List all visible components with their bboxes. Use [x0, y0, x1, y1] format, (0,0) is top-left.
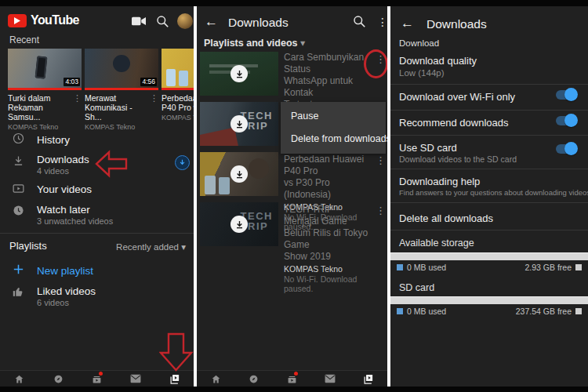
toggle-on[interactable]	[556, 90, 577, 100]
panel-download-settings: ← Downloads Download Download quality Lo…	[390, 6, 588, 387]
plus-icon	[12, 263, 25, 279]
kebab-menu-icon[interactable]: ⋮	[376, 155, 386, 165]
panel-library: YouTube Recent 4:03 Turki dalamRekaman S…	[0, 6, 194, 387]
kebab-menu-icon[interactable]: ⋮	[376, 205, 386, 216]
download-item-text: TECH TRIP - Menjajal GameBelum Rilis di …	[284, 204, 372, 293]
context-menu-item-pause[interactable]: Pause	[291, 111, 318, 122]
toggle-on[interactable]	[556, 144, 577, 154]
search-icon[interactable]	[353, 15, 365, 31]
home-icon[interactable]	[209, 372, 222, 385]
video-thumbnail	[162, 49, 194, 90]
bottom-navbar	[0, 370, 194, 387]
free-label: 2.93 GB free	[524, 263, 572, 272]
notification-dot	[99, 372, 103, 376]
watch-progress-bar	[162, 88, 194, 90]
menu-item-label: Liked videos	[37, 285, 96, 297]
your-videos-icon	[12, 182, 25, 198]
setting-value: Low (144p)	[399, 68, 445, 78]
status-bar-strip	[0, 0, 588, 6]
menu-item-label: History	[37, 134, 70, 146]
context-menu: Pause Delete from downloads	[281, 102, 386, 154]
used-legend-swatch	[397, 308, 403, 314]
storage-section-label: Available storage	[399, 238, 474, 249]
video-thumbnail	[200, 52, 278, 96]
kebab-menu-icon[interactable]: ⋮	[150, 94, 158, 103]
watch-progress-bar	[8, 88, 82, 90]
youtube-logo-text: YouTube	[31, 13, 79, 27]
storage-legend: 0 MB used 2.93 GB free	[397, 263, 582, 272]
playlists-sort-dropdown[interactable]: Recently added ▾	[116, 241, 186, 252]
video-channel: KOMPAS Tek	[162, 114, 194, 122]
screenshot-collage: YouTube Recent 4:03 Turki dalamRekaman S…	[0, 0, 588, 392]
history-icon	[12, 132, 25, 148]
filter-dropdown[interactable]: Playlists and videos ▾	[204, 37, 305, 49]
menu-item-sublabel: 6 videos	[37, 298, 69, 307]
video-channel: KOMPAS Tekno	[8, 123, 82, 131]
annotation-circle	[364, 49, 387, 78]
context-menu-item-delete[interactable]: Delete from downloads	[291, 133, 387, 144]
free-label: 237.54 GB free	[516, 307, 572, 316]
library-icon[interactable]	[362, 372, 375, 385]
download-circle-icon	[230, 216, 248, 233]
menu-item-sublabel: 4 videos	[37, 166, 69, 176]
download-circle-icon	[230, 165, 248, 183]
video-thumbnail: TECHTRIP	[200, 102, 278, 146]
panel-downloads: ← Downloads ⋮ Playlists and videos ▾ Car…	[197, 6, 387, 387]
recent-video-card[interactable]: PerbedaanP40 Pro vs KOMPAS Tek	[162, 49, 194, 122]
download-status: No Wi-Fi. Download paused.	[284, 274, 372, 293]
subscriptions-icon[interactable]	[285, 372, 298, 385]
explore-icon[interactable]	[52, 372, 64, 385]
subscriptions-icon[interactable]	[90, 372, 103, 385]
download-circle-icon	[230, 115, 248, 132]
camera-icon[interactable]	[132, 16, 146, 30]
bottom-strip	[0, 387, 588, 392]
inbox-icon[interactable]	[324, 372, 336, 385]
youtube-play-icon	[8, 14, 27, 27]
playlists-header: Playlists	[9, 240, 47, 252]
inbox-icon[interactable]	[129, 372, 142, 385]
bottom-navbar	[197, 370, 387, 387]
avatar[interactable]	[177, 13, 193, 29]
video-title: Turki dalamRekaman Samsu...	[8, 93, 72, 122]
divider	[390, 135, 588, 136]
chevron-down-icon: ▾	[300, 38, 305, 49]
kebab-menu-icon[interactable]: ⋮	[73, 94, 82, 103]
thumbs-up-icon	[12, 285, 25, 302]
video-thumbnail	[200, 152, 278, 196]
home-icon[interactable]	[13, 372, 26, 385]
video-title: MerawatKomunikasi - Sh...	[85, 93, 149, 122]
recent-video-card[interactable]: 4:03 Turki dalamRekaman Samsu... KOMPAS …	[8, 49, 82, 131]
video-thumbnail: 4:03	[8, 49, 82, 90]
youtube-logo[interactable]: YouTube	[8, 13, 79, 27]
recent-section-label: Recent	[9, 34, 39, 45]
search-icon[interactable]	[156, 15, 169, 31]
settings-section-label: Download	[399, 38, 439, 48]
used-label: 0 MB used	[407, 307, 446, 316]
storage-section-label: SD card	[399, 282, 434, 293]
back-arrow-icon[interactable]: ←	[205, 14, 218, 30]
storage-bar	[390, 252, 588, 260]
toggle-on[interactable]	[556, 116, 577, 125]
divider	[390, 84, 588, 85]
menu-item-label: Watch later	[37, 204, 90, 216]
duration-badge: 4:03	[64, 78, 80, 86]
storage-legend: 0 MB used 237.54 GB free	[397, 307, 582, 316]
notification-dot	[294, 372, 298, 376]
divider	[390, 169, 588, 169]
menu-item-label: Downloads	[37, 154, 89, 165]
explore-icon[interactable]	[248, 372, 260, 385]
video-title: PerbedaanP40 Pro vs	[162, 93, 194, 112]
library-icon[interactable]	[168, 372, 180, 385]
watch-later-icon	[12, 204, 25, 220]
kebab-menu-icon[interactable]: ⋮	[377, 16, 387, 28]
page-title: Downloads	[228, 16, 289, 30]
duration-badge: 4:56	[140, 78, 157, 86]
recent-video-card[interactable]: 4:56 MerawatKomunikasi - Sh... KOMPAS Te…	[85, 49, 158, 131]
divider	[390, 202, 588, 203]
divider	[390, 110, 588, 111]
menu-item-label: Your videos	[37, 183, 92, 195]
divider	[390, 230, 588, 230]
menu-item-sublabel: 3 unwatched videos	[37, 216, 113, 226]
menu-item-label: New playlist	[37, 265, 93, 277]
back-arrow-icon[interactable]: ←	[401, 16, 414, 31]
